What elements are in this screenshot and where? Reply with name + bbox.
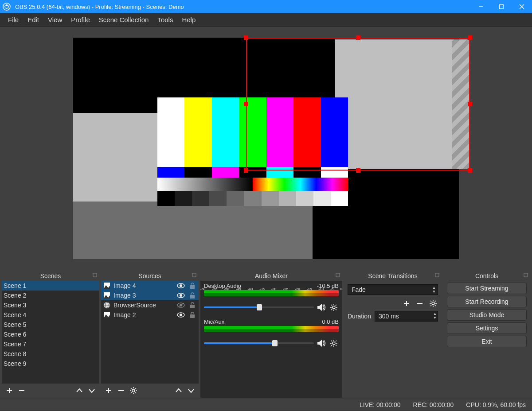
preview-canvas[interactable]	[73, 38, 459, 259]
duration-input[interactable]: 300 ms ▲▼	[375, 311, 438, 322]
menu-scene-collection[interactable]: Scene Collection	[94, 14, 153, 25]
svg-rect-29	[190, 305, 195, 308]
slider-thumb[interactable]	[257, 304, 262, 310]
exit-button[interactable]: Exit	[447, 336, 527, 347]
detach-icon[interactable]	[434, 272, 440, 278]
source-props-button[interactable]	[129, 386, 138, 395]
visibility-toggle[interactable]	[176, 283, 185, 289]
scene-movedown-button[interactable]	[87, 386, 97, 395]
source-item[interactable]: Image 2	[101, 310, 199, 320]
transition-props-button[interactable]	[428, 299, 438, 308]
source-item[interactable]: Image 3	[101, 291, 199, 300]
scene-moveup-button[interactable]	[74, 386, 84, 395]
panel-sources-header[interactable]: Sources	[101, 271, 199, 281]
scene-item[interactable]: Scene 3	[2, 300, 99, 310]
source-remove-button[interactable]	[116, 386, 126, 395]
settings-button[interactable]: Settings	[447, 322, 527, 334]
svg-rect-4	[500, 5, 504, 9]
scene-item[interactable]: Scene 2	[2, 291, 99, 300]
volume-slider[interactable]	[204, 342, 314, 344]
source-item[interactable]: Image 4	[101, 281, 199, 291]
scene-item[interactable]: Scene 7	[2, 339, 99, 349]
menu-profile[interactable]: Profile	[66, 14, 94, 25]
track-settings-button[interactable]	[329, 302, 339, 312]
menu-help[interactable]: Help	[177, 14, 200, 25]
window-maximize-button[interactable]	[491, 0, 512, 13]
resize-handle-nw[interactable]	[244, 35, 248, 40]
svg-rect-47	[336, 273, 340, 277]
menu-view[interactable]: View	[43, 14, 66, 25]
lock-toggle[interactable]	[188, 311, 197, 318]
scene-item[interactable]: Scene 1	[2, 281, 99, 291]
start-recording-button[interactable]: Start Recording	[447, 296, 527, 307]
scene-item[interactable]: Scene 6	[2, 330, 99, 339]
resize-handle-sw[interactable]	[244, 168, 248, 173]
mute-button[interactable]	[317, 302, 326, 312]
source-name: Image 4	[113, 282, 174, 289]
scenes-list[interactable]: Scene 1 Scene 2 Scene 3 Scene 4 Scene 5 …	[2, 281, 99, 384]
panel-mixer-header[interactable]: Audio Mixer	[200, 271, 342, 281]
detach-icon[interactable]	[92, 272, 98, 278]
source-item[interactable]: BrowserSource	[101, 300, 199, 310]
start-streaming-button[interactable]: Start Streaming	[447, 283, 527, 294]
svg-line-56	[336, 305, 336, 306]
window-close-button[interactable]	[512, 0, 532, 13]
detach-icon[interactable]	[335, 272, 340, 278]
svg-line-46	[131, 392, 132, 393]
mute-button[interactable]	[317, 338, 326, 348]
menu-file[interactable]: File	[4, 14, 23, 25]
panel-controls-header[interactable]: Controls	[443, 271, 530, 281]
visibility-toggle[interactable]	[176, 292, 185, 299]
resize-handle-w[interactable]	[244, 102, 248, 106]
resize-handle-ne[interactable]	[468, 35, 472, 40]
source-movedown-button[interactable]	[186, 386, 196, 395]
preview-selection-box[interactable]	[246, 38, 470, 171]
window-titlebar: OBS 25.0.4 (64-bit, windows) - Profile: …	[0, 0, 532, 13]
panel-scenes-header[interactable]: Scenes	[2, 271, 99, 281]
transition-add-button[interactable]	[402, 299, 411, 308]
app-icon	[0, 3, 13, 11]
resize-handle-se[interactable]	[468, 168, 472, 173]
volume-slider[interactable]	[204, 306, 314, 308]
resize-handle-e[interactable]	[468, 102, 472, 106]
detach-icon[interactable]	[192, 272, 197, 278]
track-settings-button[interactable]	[329, 338, 339, 348]
image-source-icon	[103, 282, 111, 290]
lock-toggle[interactable]	[188, 282, 197, 289]
scene-remove-button[interactable]	[17, 386, 27, 395]
window-minimize-button[interactable]	[471, 0, 491, 13]
mixer-track-name: Mic/Aux	[204, 318, 224, 325]
preview-source-image2b[interactable]	[73, 202, 313, 259]
duration-spinner[interactable]: ▲▼	[433, 312, 437, 320]
scene-add-button[interactable]	[4, 386, 14, 395]
browser-source-icon	[103, 301, 111, 309]
panel-transitions-header[interactable]: Scene Transitions	[344, 271, 442, 281]
detach-icon[interactable]	[523, 272, 528, 278]
menu-tools[interactable]: Tools	[153, 14, 177, 25]
scene-item[interactable]: Scene 4	[2, 310, 99, 320]
scene-item[interactable]: Scene 9	[2, 359, 99, 368]
audio-meter	[204, 290, 339, 296]
image-source-icon	[103, 291, 111, 299]
menu-edit[interactable]: Edit	[23, 14, 43, 25]
studio-mode-button[interactable]: Studio Mode	[447, 309, 527, 321]
transition-select[interactable]: Fade ▲▼	[348, 284, 438, 295]
resize-handle-n[interactable]	[356, 35, 360, 40]
lock-toggle[interactable]	[188, 292, 197, 299]
scene-item[interactable]: Scene 5	[2, 320, 99, 330]
visibility-toggle[interactable]	[176, 312, 185, 318]
sources-list[interactable]: Image 4 Image 3 BrowserSource Image 2	[101, 281, 199, 384]
source-add-button[interactable]	[104, 386, 113, 395]
transition-remove-button[interactable]	[415, 299, 425, 308]
source-moveup-button[interactable]	[174, 386, 184, 395]
scene-item[interactable]: Scene 8	[2, 349, 99, 359]
svg-rect-34	[190, 314, 195, 318]
lock-toggle[interactable]	[188, 302, 197, 309]
slider-thumb[interactable]	[272, 340, 278, 346]
transition-selected: Fade	[352, 286, 366, 293]
svg-line-57	[331, 309, 332, 310]
visibility-toggle[interactable]	[176, 302, 185, 308]
select-spinner[interactable]: ▲▼	[432, 286, 436, 294]
duration-value: 300 ms	[379, 313, 399, 320]
resize-handle-s[interactable]	[356, 168, 360, 173]
